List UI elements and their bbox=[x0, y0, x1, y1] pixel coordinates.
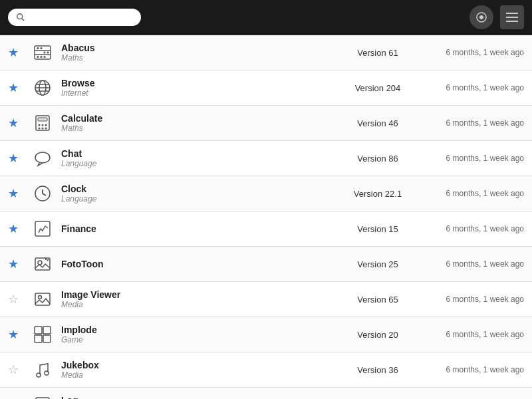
list-item[interactable]: ★AbacusMathsVersion 616 months, 1 week a… bbox=[0, 35, 532, 70]
list-item[interactable]: ☆Image ViewerMediaVersion 656 months, 1 … bbox=[0, 282, 532, 317]
app-name: Clock bbox=[61, 184, 338, 194]
app-name: Calculate bbox=[61, 113, 338, 124]
app-date: 6 months, 1 week ago bbox=[418, 154, 524, 163]
list-item[interactable]: ★CalculateMathsVersion 466 months, 1 wee… bbox=[0, 106, 532, 141]
list-item[interactable]: ★FinanceVersion 156 months, 1 week ago bbox=[0, 211, 532, 247]
app-date: 6 months, 1 week ago bbox=[418, 224, 524, 233]
svg-point-10 bbox=[37, 47, 39, 49]
clock-icon bbox=[31, 182, 55, 205]
menu-button[interactable] bbox=[500, 5, 524, 29]
app-name: Browse bbox=[61, 78, 338, 88]
app-date: 6 months, 1 week ago bbox=[418, 259, 524, 269]
app-name: Jukebox bbox=[61, 360, 338, 370]
app-list: ★AbacusMathsVersion 616 months, 1 week a… bbox=[0, 35, 532, 399]
app-name: FotoToon bbox=[61, 259, 338, 269]
app-date: 6 months, 1 week ago bbox=[418, 365, 524, 374]
app-version: Version 25 bbox=[338, 259, 418, 269]
list-item[interactable]: ★ImplodeGameVersion 206 months, 1 week a… bbox=[0, 317, 532, 352]
menu-icon bbox=[506, 13, 518, 22]
svg-point-16 bbox=[44, 56, 46, 58]
list-item[interactable]: ★ClockLanguageVersion 22.16 months, 1 we… bbox=[0, 176, 532, 211]
svg-rect-42 bbox=[43, 327, 51, 334]
svg-rect-5 bbox=[506, 17, 518, 18]
app-info: JukeboxMedia bbox=[61, 360, 338, 380]
app-info: ChatLanguage bbox=[61, 148, 338, 168]
app-category: Game bbox=[61, 335, 338, 344]
app-version: Version 20 bbox=[338, 330, 418, 340]
app-category: Maths bbox=[61, 124, 338, 133]
svg-rect-6 bbox=[506, 21, 518, 22]
app-category: Media bbox=[61, 370, 338, 380]
list-item[interactable]: ☆JukeboxMediaVersion 366 months, 1 week … bbox=[0, 352, 532, 388]
star-button[interactable]: ★ bbox=[8, 45, 24, 60]
svg-rect-43 bbox=[35, 335, 42, 342]
app-version: Version 61 bbox=[338, 48, 418, 58]
app-info: CalculateMaths bbox=[61, 113, 338, 133]
app-info: BrowseInternet bbox=[61, 78, 338, 98]
app-info: ImplodeGame bbox=[61, 325, 338, 344]
record-button[interactable] bbox=[469, 5, 493, 29]
app-date: 6 months, 1 week ago bbox=[418, 330, 524, 339]
star-button[interactable]: ★ bbox=[8, 327, 24, 342]
app-category: Media bbox=[61, 300, 338, 309]
app-date: 6 months, 1 week ago bbox=[418, 189, 524, 198]
app-version: Version 22.1 bbox=[338, 189, 418, 199]
app-version: Version 86 bbox=[338, 154, 418, 164]
search-icon bbox=[16, 13, 25, 22]
svg-point-40 bbox=[39, 296, 42, 299]
list-item[interactable]: ★FotoToonVersion 256 months, 1 week ago bbox=[0, 247, 532, 282]
app-info: AbacusMaths bbox=[61, 43, 338, 63]
svg-rect-4 bbox=[506, 13, 518, 14]
star-button[interactable]: ☆ bbox=[8, 292, 24, 307]
music-icon bbox=[31, 358, 55, 382]
star-button[interactable]: ★ bbox=[8, 116, 24, 130]
finance-icon bbox=[31, 217, 55, 241]
svg-point-14 bbox=[37, 56, 39, 58]
image-icon bbox=[31, 287, 55, 311]
search-input[interactable] bbox=[29, 12, 129, 23]
svg-point-24 bbox=[39, 124, 41, 126]
svg-line-38 bbox=[47, 259, 49, 261]
search-bar[interactable] bbox=[8, 9, 141, 26]
svg-point-27 bbox=[39, 128, 41, 130]
calculator-icon bbox=[31, 111, 55, 135]
app-info: Finance bbox=[61, 223, 338, 234]
star-button[interactable]: ★ bbox=[8, 186, 24, 201]
svg-point-12 bbox=[44, 52, 46, 54]
star-button[interactable]: ★ bbox=[8, 257, 24, 271]
abacus-icon bbox=[31, 41, 55, 65]
star-button[interactable]: ★ bbox=[8, 151, 24, 166]
svg-point-26 bbox=[45, 124, 47, 126]
star-button[interactable]: ☆ bbox=[8, 362, 24, 377]
app-date: 6 months, 1 week ago bbox=[418, 48, 524, 57]
chat-icon bbox=[31, 146, 55, 170]
log-icon bbox=[31, 393, 55, 399]
svg-point-36 bbox=[38, 261, 42, 265]
svg-point-45 bbox=[37, 373, 41, 377]
svg-point-29 bbox=[45, 128, 47, 130]
app-info: LogSystem, Programming bbox=[61, 395, 338, 399]
app-category: Language bbox=[61, 159, 338, 168]
star-button[interactable]: ★ bbox=[8, 80, 24, 95]
app-category: Maths bbox=[61, 53, 338, 63]
header bbox=[0, 0, 532, 35]
svg-point-28 bbox=[42, 128, 44, 130]
record-icon bbox=[475, 11, 487, 23]
app-info: ClockLanguage bbox=[61, 184, 338, 203]
app-category: Internet bbox=[61, 88, 338, 98]
svg-line-33 bbox=[43, 194, 46, 196]
app-name: Implode bbox=[61, 325, 338, 335]
app-name: Chat bbox=[61, 148, 338, 159]
fototoon-icon bbox=[31, 252, 55, 276]
svg-point-46 bbox=[45, 371, 49, 375]
list-item[interactable]: ★ChatLanguageVersion 866 months, 1 week … bbox=[0, 141, 532, 176]
svg-point-13 bbox=[47, 52, 49, 54]
star-button[interactable]: ★ bbox=[8, 221, 24, 236]
app-name: Log bbox=[61, 395, 338, 399]
list-item[interactable]: ☆LogSystem, ProgrammingVersion 416 month… bbox=[0, 388, 532, 399]
list-item[interactable]: ★BrowseInternetVersion 2046 months, 1 we… bbox=[0, 70, 532, 106]
app-info: Image ViewerMedia bbox=[61, 289, 338, 309]
app-name: Finance bbox=[61, 223, 338, 234]
svg-rect-34 bbox=[35, 221, 50, 236]
app-date: 6 months, 1 week ago bbox=[418, 295, 524, 304]
